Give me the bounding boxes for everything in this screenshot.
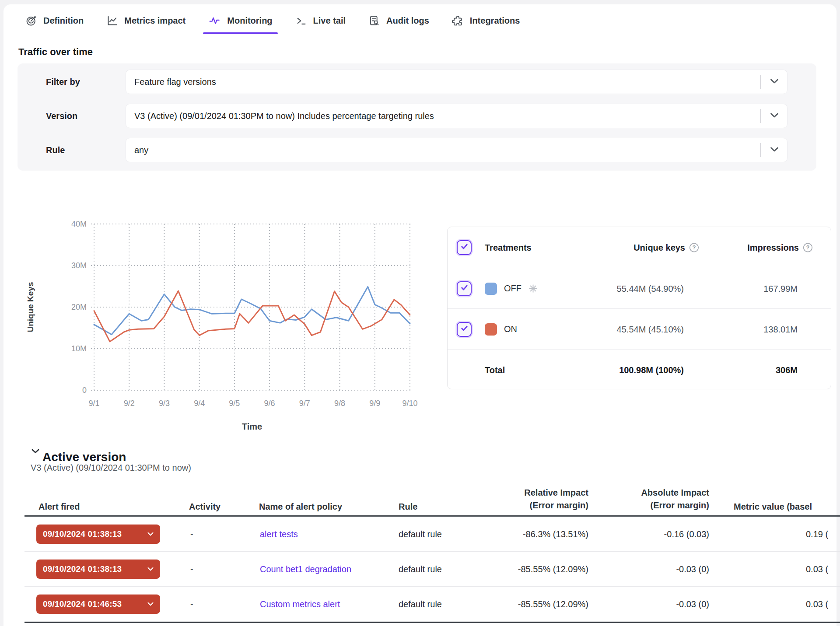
tab-label: Monitoring bbox=[227, 16, 272, 26]
metrics-impact-icon bbox=[106, 15, 118, 27]
treatment-label: ON bbox=[504, 324, 517, 334]
row-separator bbox=[24, 586, 840, 587]
filter-row-version: VersionV3 (Active) (09/01/2024 01:30PM t… bbox=[18, 104, 816, 128]
chevron-down-icon bbox=[770, 146, 779, 154]
svg-text:?: ? bbox=[693, 245, 696, 251]
active-version-subtitle: V3 (Active) (09/10/2024 01:30PM to now) bbox=[31, 463, 191, 473]
definition-icon bbox=[25, 15, 37, 27]
live-tail-icon bbox=[295, 15, 307, 27]
alerts-column-header: Rule bbox=[399, 500, 417, 513]
row-separator bbox=[24, 551, 840, 552]
alert-policy-link[interactable]: Count bet1 degradation bbox=[260, 563, 351, 575]
alert-relative-impact-cell: -86.3% (13.51%) bbox=[457, 528, 588, 540]
unique-keys-header-label: Unique keys bbox=[634, 242, 685, 252]
filter-by-select[interactable]: Feature flag versions bbox=[126, 70, 788, 94]
selected-value: Feature flag versions bbox=[134, 70, 216, 94]
impressions-value: 138.01M bbox=[763, 324, 798, 334]
alert-fired-badge[interactable]: 09/10/2024 01:46:53 bbox=[36, 595, 160, 614]
unique-keys-value: 45.54M (45.10%) bbox=[617, 324, 684, 334]
alert-rule-cell: default rule bbox=[399, 528, 442, 540]
badge-chevron-down-icon bbox=[147, 567, 154, 571]
alert-metric-value-cell: 0.03 ( bbox=[806, 598, 828, 610]
audit-logs-icon bbox=[368, 15, 380, 27]
alert-policy-link[interactable]: Custom metrics alert bbox=[260, 598, 340, 610]
treatments-table: TreatmentsUnique keys?Impressions?OFF55.… bbox=[447, 227, 831, 389]
help-icon[interactable]: ? bbox=[689, 242, 699, 252]
tab-bar: DefinitionMetrics impactMonitoringLive t… bbox=[25, 9, 520, 32]
tab-metrics-impact[interactable]: Metrics impact bbox=[106, 9, 186, 32]
table-bottom-border bbox=[24, 622, 840, 623]
total-label-cell: Total bbox=[485, 365, 505, 375]
unique-keys-column-header: Unique keys? bbox=[634, 242, 699, 252]
alert-policy-link[interactable]: alert tests bbox=[260, 528, 298, 540]
alert-activity-cell: - bbox=[190, 563, 193, 575]
rule-select[interactable]: any bbox=[126, 138, 788, 162]
alert-activity-cell: - bbox=[190, 528, 193, 540]
alerts-column-header: Activity bbox=[189, 500, 220, 513]
tab-live-tail[interactable]: Live tail bbox=[295, 9, 346, 32]
tab-label: Metrics impact bbox=[124, 16, 186, 26]
filter-label: Filter by bbox=[46, 70, 80, 94]
impressions-header-label: Impressions bbox=[747, 242, 799, 252]
check-icon bbox=[460, 324, 469, 335]
filter-row-filter-by: Filter byFeature flag versions bbox=[18, 70, 816, 94]
version-select[interactable]: V3 (Active) (09/01/2024 01:30PM to now) … bbox=[126, 104, 788, 128]
divider bbox=[760, 143, 761, 157]
tab-monitoring[interactable]: Monitoring bbox=[208, 9, 272, 32]
treatment-checkbox[interactable] bbox=[457, 281, 472, 296]
default-treatment-asterisk-icon bbox=[528, 284, 538, 293]
monitoring-icon bbox=[208, 15, 221, 27]
alert-rule-cell: default rule bbox=[399, 598, 442, 610]
page-title: Traffic over time bbox=[18, 46, 93, 58]
alerts-column-header: Absolute Impact (Error margin) bbox=[578, 486, 709, 512]
x-tick-label: 9/7 bbox=[299, 399, 310, 408]
alerts-column-header: Name of alert policy bbox=[259, 500, 342, 513]
alert-rule-cell: default rule bbox=[399, 563, 442, 575]
alert-fired-badge[interactable]: 09/10/2024 01:38:13 bbox=[36, 525, 160, 544]
y-tick-label: 40M bbox=[71, 220, 87, 228]
tab-label: Definition bbox=[43, 16, 84, 26]
alerts-column-header: Relative Impact (Error margin) bbox=[457, 486, 588, 512]
x-tick-label: 9/3 bbox=[159, 399, 170, 408]
impressions-value: 167.99M bbox=[763, 283, 798, 294]
treatment-color-swatch bbox=[485, 323, 497, 336]
alert-fired-badge[interactable]: 09/10/2024 01:38:13 bbox=[36, 560, 160, 579]
active-version-title: Active version bbox=[42, 450, 126, 464]
tab-integrations[interactable]: Integrations bbox=[452, 9, 520, 32]
y-axis-title: Unique Keys bbox=[26, 282, 35, 332]
series-line-on bbox=[94, 291, 410, 342]
treatment-checkbox[interactable] bbox=[457, 322, 472, 337]
integrations-icon bbox=[452, 15, 464, 27]
series-line-off bbox=[94, 287, 410, 335]
alert-fired-time: 09/10/2024 01:46:53 bbox=[43, 599, 122, 609]
help-icon[interactable]: ? bbox=[803, 242, 813, 252]
alert-absolute-impact-cell: -0.03 (0) bbox=[578, 563, 709, 575]
treatment-name-cell: OFF bbox=[485, 283, 538, 295]
y-tick-label: 10M bbox=[71, 344, 87, 353]
x-tick-label: 9/4 bbox=[194, 399, 205, 408]
total-impressions-value: 306M bbox=[776, 365, 798, 375]
active-version-collapse-chevron-icon[interactable] bbox=[31, 448, 40, 456]
check-icon bbox=[460, 283, 469, 294]
alerts-column-header: Metric value (basel bbox=[734, 500, 812, 513]
x-tick-label: 9/10 bbox=[402, 399, 417, 408]
tab-audit-logs[interactable]: Audit logs bbox=[368, 9, 429, 32]
y-tick-label: 0 bbox=[82, 386, 87, 395]
chevron-down-icon bbox=[770, 112, 779, 120]
selected-value: V3 (Active) (09/01/2024 01:30PM to now) … bbox=[134, 104, 434, 128]
alert-metric-value-cell: 0.03 ( bbox=[806, 563, 828, 575]
y-tick-label: 20M bbox=[71, 303, 87, 311]
treatment-checkbox[interactable] bbox=[457, 240, 472, 255]
total-unique-keys-value: 100.98M (100%) bbox=[619, 365, 684, 375]
alert-activity-cell: - bbox=[190, 598, 193, 610]
filter-panel: Filter byFeature flag versionsVersionV3 … bbox=[18, 63, 816, 171]
treatment-label: OFF bbox=[504, 283, 522, 294]
alert-relative-impact-cell: -85.55% (12.09%) bbox=[457, 563, 588, 575]
tab-label: Live tail bbox=[313, 16, 346, 26]
svg-text:?: ? bbox=[806, 245, 810, 251]
tab-definition[interactable]: Definition bbox=[25, 9, 84, 32]
total-label: Total bbox=[485, 365, 505, 375]
treatments-total-row: Total100.98M (100%)306M bbox=[448, 350, 831, 390]
badge-chevron-down-icon bbox=[147, 602, 154, 606]
treatments-header-label: Treatments bbox=[485, 242, 532, 252]
